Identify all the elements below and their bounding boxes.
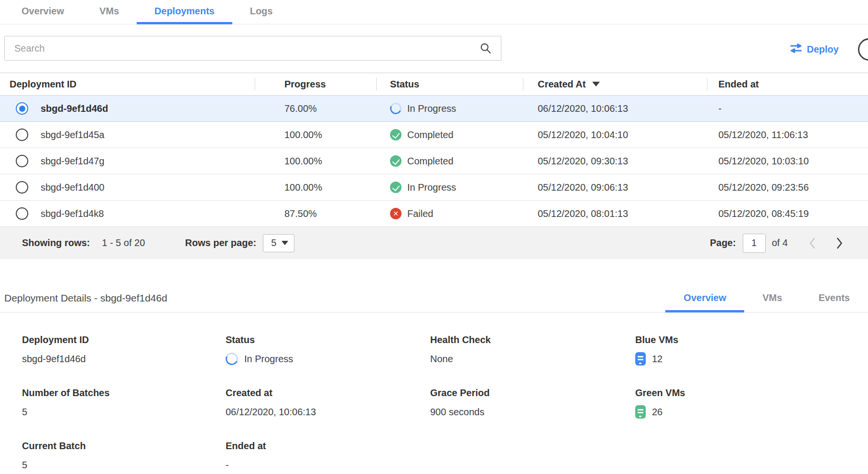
refresh-icon[interactable] [858,38,868,61]
deploy-button-label: Deploy [807,44,839,55]
rows-per-page-label: Rows per page: [185,237,256,248]
rows-per-page-value: 5 [271,237,276,248]
field-green-vms: Green VMs 26 [635,388,868,419]
status-icon [390,155,401,167]
table-row[interactable]: sbgd-9ef1d400 100.00% In Progress 05/12/… [0,174,868,201]
details-tab-events[interactable]: Events [800,285,868,312]
table-row[interactable]: sbgd-9ef1d46d 76.00% In Progress 06/12/2… [0,96,868,122]
field-ended-at: Ended at - [226,441,430,472]
details-tab-overview[interactable]: Overview [665,285,744,312]
green-vm-icon [635,405,646,419]
tab-vms[interactable]: VMs [82,0,137,24]
field-health-check: Health Check None [430,334,635,366]
blue-vm-icon [635,352,646,366]
rows-per-page-select[interactable]: 5 [263,234,294,252]
deployments-table: Deployment ID Progress Status Created At… [0,73,868,259]
created-at-value: 05/12/2020, 10:04:10 [523,129,707,140]
column-header-created-at-label: Created At [538,79,586,90]
column-header-progress[interactable]: Progress [255,73,376,95]
created-at-value: 05/12/2020, 09:06:13 [523,182,707,193]
ended-at-value: 05/12/2020, 09:23:56 [707,182,868,193]
details-title: Deployment Details - sbgd-9ef1d46d [4,292,167,304]
field-created-at: Created at 06/12/2020, 10:06:13 [226,388,430,419]
column-header-deployment-id[interactable]: Deployment ID [0,73,255,95]
created-at-value: 05/12/2020, 09:30:13 [523,156,707,167]
tab-logs[interactable]: Logs [232,0,291,24]
showing-rows-value: 1 - 5 of 20 [102,237,145,248]
status-label: In Progress [407,182,456,193]
field-blue-vms: Blue VMs 12 [635,334,868,366]
created-at-value: 05/12/2020, 08:01:13 [523,208,707,219]
table-row[interactable]: sbgd-9ef1d4k8 87.50% Failed 05/12/2020, … [0,201,868,227]
row-radio[interactable] [16,102,28,115]
row-radio[interactable] [16,181,28,194]
deployment-details-section: Deployment Details - sbgd-9ef1d46d Overv… [0,259,868,474]
row-radio[interactable] [16,207,28,220]
row-radio[interactable] [16,155,28,167]
sort-desc-icon [592,82,600,86]
deployment-id: sbgd-9ef1d46d [41,103,108,114]
field-grace-period: Grace Period 900 seconds [430,388,635,419]
field-number-of-batches: Number of Batches 5 [22,388,226,419]
status-icon [390,182,401,193]
column-header-created-at[interactable]: Created At [523,73,707,95]
status-label: Failed [407,208,433,219]
deployment-id: sbgd-9ef1d4k8 [41,208,104,219]
ended-at-value: 05/12/2020, 08:45:19 [707,208,868,219]
in-progress-spinner-icon [224,351,239,366]
status-label: Completed [407,129,454,140]
column-header-ended-at[interactable]: Ended at [707,73,868,95]
tab-deployments[interactable]: Deployments [137,0,232,24]
progress-value: 87.50% [255,208,376,219]
details-tab-vms[interactable]: VMs [744,285,800,312]
ended-at-value: - [707,103,868,114]
status-label: Completed [407,156,454,167]
pagination-bar: Showing rows: 1 - 5 of 20 Rows per page:… [0,227,868,259]
table-header-row: Deployment ID Progress Status Created At… [0,73,868,96]
progress-value: 100.00% [255,182,376,193]
progress-value: 100.00% [255,129,376,140]
field-current-batch: Current Batch 5 [22,441,226,472]
deployment-id: sbgd-9ef1d45a [41,129,104,140]
table-row[interactable]: sbgd-9ef1d45a 100.00% Completed 05/12/20… [0,122,868,148]
deploy-button[interactable]: Deploy [790,43,839,56]
swap-arrows-icon [790,43,803,56]
chevron-down-icon [282,241,288,245]
field-status: Status In Progress [226,334,430,366]
page-label: Page: [710,237,736,248]
progress-value: 100.00% [255,156,376,167]
status-icon [389,101,403,116]
row-radio[interactable] [16,129,28,141]
field-deployment-id: Deployment ID sbgd-9ef1d46d [22,334,226,366]
status-icon [390,208,401,219]
column-header-status[interactable]: Status [376,73,523,95]
ended-at-value: 05/12/2020, 11:06:13 [707,129,868,140]
details-grid: Deployment ID sbgd-9ef1d46d Status In Pr… [0,312,868,474]
previous-page-button[interactable] [809,237,816,249]
status-icon [390,129,401,140]
next-page-button[interactable] [836,237,843,249]
toolbar: Deploy [0,24,868,73]
deployment-id: sbgd-9ef1d400 [41,182,104,193]
deployment-id: sbgd-9ef1d47g [41,156,104,167]
created-at-value: 06/12/2020, 10:06:13 [523,103,707,114]
search-input[interactable] [4,36,501,61]
status-label: In Progress [407,103,456,114]
details-tab-bar: Overview VMs Events [665,285,868,312]
showing-rows-label: Showing rows: [22,237,90,248]
progress-value: 76.00% [255,103,376,114]
ended-at-value: 05/12/2020, 10:03:10 [707,156,868,167]
page-number-input[interactable] [743,234,766,253]
search-icon[interactable] [479,42,492,54]
tab-overview[interactable]: Overview [4,0,82,24]
table-row[interactable]: sbgd-9ef1d47g 100.00% Completed 05/12/20… [0,148,868,174]
page-total: of 4 [772,237,788,248]
main-tab-bar: Overview VMs Deployments Logs [0,0,868,24]
